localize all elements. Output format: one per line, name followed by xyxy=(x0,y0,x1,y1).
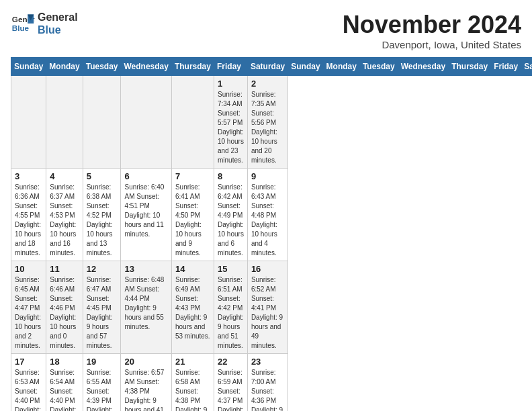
col-header-wednesday: Wednesday xyxy=(398,58,448,76)
header-wednesday: Wednesday xyxy=(121,58,171,76)
day-info: Sunrise: 6:54 AM Sunset: 4:40 PM Dayligh… xyxy=(50,368,79,411)
logo: General Blue General Blue xyxy=(11,11,78,36)
col-header-friday: Friday xyxy=(491,58,521,76)
col-header-sunday: Sunday xyxy=(288,58,323,76)
calendar-cell: 18Sunrise: 6:54 AM Sunset: 4:40 PM Dayli… xyxy=(46,354,83,412)
day-number: 21 xyxy=(175,357,210,367)
logo-general: General xyxy=(38,11,78,24)
day-number: 11 xyxy=(50,264,79,274)
calendar-cell: 4Sunrise: 6:37 AM Sunset: 4:53 PM Daylig… xyxy=(46,169,83,261)
calendar-header-row: SundayMondayTuesdayWednesdayThursdayFrid… xyxy=(11,58,533,76)
day-info: Sunrise: 6:41 AM Sunset: 4:50 PM Dayligh… xyxy=(175,183,210,258)
calendar-week-3: 10Sunrise: 6:45 AM Sunset: 4:47 PM Dayli… xyxy=(11,261,533,354)
header-tuesday: Tuesday xyxy=(83,58,121,76)
col-header-thursday: Thursday xyxy=(449,58,491,76)
calendar-week-4: 17Sunrise: 6:53 AM Sunset: 4:40 PM Dayli… xyxy=(11,354,533,412)
calendar-cell: 12Sunrise: 6:47 AM Sunset: 4:45 PM Dayli… xyxy=(83,261,121,354)
calendar-cell xyxy=(171,76,214,169)
calendar-cell: 22Sunrise: 6:59 AM Sunset: 4:37 PM Dayli… xyxy=(214,354,247,412)
calendar-cell: 20Sunrise: 6:57 AM Sunset: 4:38 PM Dayli… xyxy=(121,354,171,412)
header-monday: Monday xyxy=(46,58,83,76)
day-info: Sunrise: 6:59 AM Sunset: 4:37 PM Dayligh… xyxy=(218,368,244,411)
logo-icon: General Blue xyxy=(11,11,35,36)
day-info: Sunrise: 6:49 AM Sunset: 4:43 PM Dayligh… xyxy=(175,275,210,341)
calendar-cell: 17Sunrise: 6:53 AM Sunset: 4:40 PM Dayli… xyxy=(11,354,46,412)
calendar-table: SundayMondayTuesdayWednesdayThursdayFrid… xyxy=(11,57,532,411)
day-number: 23 xyxy=(251,357,284,367)
calendar-cell: 3Sunrise: 6:36 AM Sunset: 4:55 PM Daylig… xyxy=(11,169,46,261)
calendar-cell xyxy=(83,76,121,169)
day-number: 6 xyxy=(124,171,167,181)
calendar-cell: 5Sunrise: 6:38 AM Sunset: 4:52 PM Daylig… xyxy=(83,169,121,261)
calendar-cell xyxy=(46,76,83,169)
title-area: November 2024 Davenport, Iowa, United St… xyxy=(343,11,521,50)
day-info: Sunrise: 7:35 AM Sunset: 5:56 PM Dayligh… xyxy=(251,90,284,165)
day-info: Sunrise: 6:36 AM Sunset: 4:55 PM Dayligh… xyxy=(15,183,42,258)
location-subtitle: Davenport, Iowa, United States xyxy=(343,39,521,50)
day-info: Sunrise: 6:57 AM Sunset: 4:38 PM Dayligh… xyxy=(124,368,167,411)
day-number: 3 xyxy=(15,171,42,181)
day-info: Sunrise: 6:48 AM Sunset: 4:44 PM Dayligh… xyxy=(124,275,167,332)
day-info: Sunrise: 6:51 AM Sunset: 4:42 PM Dayligh… xyxy=(218,275,244,351)
day-number: 17 xyxy=(15,357,42,367)
day-info: Sunrise: 6:42 AM Sunset: 4:49 PM Dayligh… xyxy=(218,183,244,258)
day-info: Sunrise: 6:45 AM Sunset: 4:47 PM Dayligh… xyxy=(15,275,42,351)
calendar-cell: 10Sunrise: 6:45 AM Sunset: 4:47 PM Dayli… xyxy=(11,261,46,354)
calendar-cell: 19Sunrise: 6:55 AM Sunset: 4:39 PM Dayli… xyxy=(83,354,121,412)
day-number: 10 xyxy=(15,264,42,274)
calendar-cell: 23Sunrise: 7:00 AM Sunset: 4:36 PM Dayli… xyxy=(247,354,287,412)
calendar-cell: 1Sunrise: 7:34 AM Sunset: 5:57 PM Daylig… xyxy=(214,76,247,169)
day-number: 5 xyxy=(87,171,118,181)
day-number: 1 xyxy=(218,79,244,89)
calendar-cell xyxy=(121,76,171,169)
day-info: Sunrise: 6:55 AM Sunset: 4:39 PM Dayligh… xyxy=(87,368,118,411)
header-friday: Friday xyxy=(214,58,247,76)
calendar-week-1: 1Sunrise: 7:34 AM Sunset: 5:57 PM Daylig… xyxy=(11,76,533,169)
day-info: Sunrise: 6:46 AM Sunset: 4:46 PM Dayligh… xyxy=(50,275,79,351)
day-number: 18 xyxy=(50,357,79,367)
day-info: Sunrise: 6:43 AM Sunset: 4:48 PM Dayligh… xyxy=(251,183,284,258)
calendar-cell: 11Sunrise: 6:46 AM Sunset: 4:46 PM Dayli… xyxy=(46,261,83,354)
day-number: 2 xyxy=(251,79,284,89)
day-number: 4 xyxy=(50,171,79,181)
calendar-cell: 9Sunrise: 6:43 AM Sunset: 4:48 PM Daylig… xyxy=(247,169,287,261)
day-info: Sunrise: 6:38 AM Sunset: 4:52 PM Dayligh… xyxy=(87,183,118,258)
day-number: 14 xyxy=(175,264,210,274)
calendar-cell: 13Sunrise: 6:48 AM Sunset: 4:44 PM Dayli… xyxy=(121,261,171,354)
logo-blue: Blue xyxy=(38,24,78,36)
day-info: Sunrise: 6:53 AM Sunset: 4:40 PM Dayligh… xyxy=(15,368,42,411)
calendar-cell: 16Sunrise: 6:52 AM Sunset: 4:41 PM Dayli… xyxy=(247,261,287,354)
calendar-cell: 8Sunrise: 6:42 AM Sunset: 4:49 PM Daylig… xyxy=(214,169,247,261)
calendar-cell: 6Sunrise: 6:40 AM Sunset: 4:51 PM Daylig… xyxy=(121,169,171,261)
day-info: Sunrise: 7:00 AM Sunset: 4:36 PM Dayligh… xyxy=(251,368,284,411)
day-number: 19 xyxy=(87,357,118,367)
header-saturday: Saturday xyxy=(247,58,287,76)
day-number: 13 xyxy=(124,264,167,274)
header-thursday: Thursday xyxy=(171,58,214,76)
calendar-cell: 2Sunrise: 7:35 AM Sunset: 5:56 PM Daylig… xyxy=(247,76,287,169)
day-info: Sunrise: 6:37 AM Sunset: 4:53 PM Dayligh… xyxy=(50,183,79,258)
calendar-cell: 7Sunrise: 6:41 AM Sunset: 4:50 PM Daylig… xyxy=(171,169,214,261)
svg-text:Blue: Blue xyxy=(12,24,30,32)
day-number: 9 xyxy=(251,171,284,181)
day-number: 7 xyxy=(175,171,210,181)
calendar-week-2: 3Sunrise: 6:36 AM Sunset: 4:55 PM Daylig… xyxy=(11,169,533,261)
calendar-cell: 15Sunrise: 6:51 AM Sunset: 4:42 PM Dayli… xyxy=(214,261,247,354)
month-title: November 2024 xyxy=(343,11,521,39)
calendar-cell: 14Sunrise: 6:49 AM Sunset: 4:43 PM Dayli… xyxy=(171,261,214,354)
col-header-saturday: Saturday xyxy=(521,58,532,76)
day-number: 20 xyxy=(124,357,167,367)
header-sunday: Sunday xyxy=(11,58,46,76)
day-number: 12 xyxy=(87,264,118,274)
day-number: 22 xyxy=(218,357,244,367)
day-info: Sunrise: 6:47 AM Sunset: 4:45 PM Dayligh… xyxy=(87,275,118,351)
page-header: General Blue General Blue November 2024 … xyxy=(11,11,521,50)
col-header-tuesday: Tuesday xyxy=(359,58,398,76)
day-number: 8 xyxy=(218,171,244,181)
day-info: Sunrise: 6:52 AM Sunset: 4:41 PM Dayligh… xyxy=(251,275,284,351)
calendar-cell xyxy=(11,76,46,169)
day-info: Sunrise: 7:34 AM Sunset: 5:57 PM Dayligh… xyxy=(218,90,244,165)
day-info: Sunrise: 6:58 AM Sunset: 4:38 PM Dayligh… xyxy=(175,368,210,411)
day-number: 16 xyxy=(251,264,284,274)
day-number: 15 xyxy=(218,264,244,274)
